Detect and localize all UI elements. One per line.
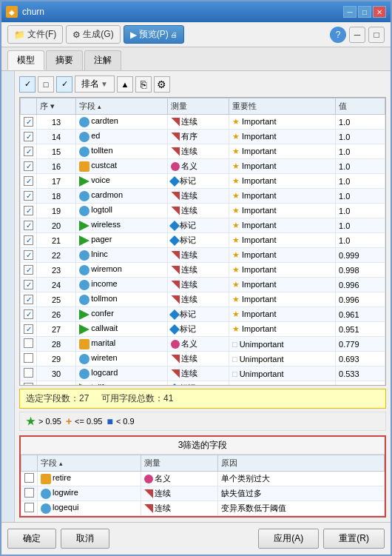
copy-button[interactable]: ⎘ — [135, 76, 152, 93]
filtered-section: 3筛选的字段 字段 ▴ 测量 原因 retire 名义 单个类别过大 — [19, 435, 386, 518]
toggle-button[interactable]: ✓ — [56, 76, 72, 93]
row-checkbox[interactable]: ✓ — [21, 307, 37, 322]
col-seq[interactable]: 序 ▾ — [37, 98, 76, 115]
help-button[interactable]: ? — [330, 27, 346, 43]
row-field: callwait — [76, 322, 168, 337]
filtered-col-field[interactable]: 字段 ▴ — [38, 455, 141, 472]
maximize-small-button[interactable]: □ — [368, 27, 385, 43]
ok-button[interactable]: 确定 — [7, 529, 56, 549]
left-strip — [1, 71, 15, 522]
options-button[interactable]: ⚙ — [154, 76, 170, 93]
content-area: ✓ □ ✓ 排名 ▼ ▲ ⎘ ⚙ 序 — [15, 71, 391, 522]
row-checkbox[interactable]: ✓ — [21, 248, 37, 263]
row-value: 0.996 — [336, 278, 385, 292]
row-field: tollmon — [76, 292, 168, 307]
filtered-row-field: retire — [38, 472, 141, 486]
filtered-col-reason[interactable]: 原因 — [218, 455, 385, 472]
row-checkbox[interactable] — [21, 352, 37, 366]
row-checkbox[interactable]: ✓ — [21, 218, 37, 233]
row-seq: 21 — [37, 233, 76, 248]
generate-menu-button[interactable]: ⚙ 生成(G) — [66, 25, 120, 44]
check-all-button[interactable]: ✓ — [19, 76, 36, 93]
row-checkbox[interactable] — [21, 337, 37, 352]
minimize-button[interactable]: ─ — [343, 6, 356, 18]
row-checkbox[interactable]: ✓ — [21, 174, 37, 189]
table-row: ✓ 27 callwait 标记 ★ Important 0.951 — [21, 322, 385, 337]
threshold-1: ★ > 0.95 — [26, 415, 61, 427]
filtered-row-checkbox[interactable] — [21, 501, 38, 516]
filtered-row-checkbox[interactable] — [21, 472, 38, 486]
uncheck-all-button[interactable]: □ — [38, 76, 54, 93]
filtered-row-reason: 单个类别过大 — [218, 472, 385, 486]
row-importance: ★ Important — [229, 248, 335, 263]
row-seq: 25 — [37, 292, 76, 307]
row-checkbox[interactable]: ✓ — [21, 263, 37, 278]
main-toolbar: 📁 文件(F) ⚙ 生成(G) ▶ 预览(P) 🖨 ? ─ □ — [1, 22, 391, 47]
row-value: 0.998 — [336, 263, 385, 278]
table-row: ✓ 23 wiremon 连续 ★ Important 0.998 — [21, 263, 385, 278]
col-value[interactable]: 值 — [336, 98, 385, 115]
row-checkbox[interactable]: ✓ — [21, 233, 37, 248]
preview-button[interactable]: ▶ 预览(P) 🖨 — [124, 25, 184, 44]
reset-button[interactable]: 重置(R) — [323, 529, 385, 549]
col-measurement[interactable]: 测量 — [168, 98, 229, 115]
row-seq: 23 — [37, 263, 76, 278]
filtered-title: 3筛选的字段 — [21, 437, 385, 455]
row-checkbox[interactable]: ✓ — [21, 189, 37, 204]
tab-bar: 模型 摘要 注解 — [1, 47, 391, 71]
row-seq: 22 — [37, 248, 76, 263]
row-measurement: 连续 — [168, 189, 229, 204]
row-importance: ★ Important — [229, 322, 335, 337]
row-field: lninc — [76, 248, 168, 263]
row-checkbox[interactable]: ✓ — [21, 115, 37, 130]
col-field[interactable]: 字段 ▴ — [76, 98, 168, 115]
row-value: 0.999 — [336, 248, 385, 263]
table-row: 29 wireten 连续 □ Unimportant 0.693 — [21, 352, 385, 366]
tab-annotation[interactable]: 注解 — [84, 50, 121, 70]
col-importance[interactable]: 重要性 — [229, 98, 335, 115]
row-field: logtoll — [76, 204, 168, 218]
table-row: ✓ 18 cardmon 连续 ★ Important 1.0 — [21, 189, 385, 204]
row-value: 0.996 — [336, 292, 385, 307]
sort-asc-button[interactable]: ▲ — [117, 76, 133, 93]
row-checkbox[interactable]: ✓ — [21, 292, 37, 307]
threshold-3-icon: ■ — [107, 415, 112, 427]
row-field: income — [76, 278, 168, 292]
row-checkbox[interactable]: ✓ — [21, 204, 37, 218]
row-importance: ★ Important — [229, 263, 335, 278]
row-value: 0.961 — [336, 307, 385, 322]
filtered-col-measurement[interactable]: 测量 — [141, 455, 218, 472]
row-importance: □ Unimportant — [229, 337, 335, 352]
tab-model[interactable]: 模型 — [7, 50, 44, 70]
row-importance: ★ Important — [229, 174, 335, 189]
row-checkbox[interactable]: ✓ — [21, 130, 37, 144]
table-row: ✓ 21 pager 标记 ★ Important 1.0 — [21, 233, 385, 248]
row-measurement: 连续 — [168, 115, 229, 130]
row-value: 1.0 — [336, 144, 385, 159]
sort-button[interactable]: 排名 ▼ — [75, 76, 115, 93]
row-checkbox[interactable] — [21, 381, 37, 386]
minimize-small-button[interactable]: ─ — [349, 27, 365, 43]
row-measurement: 标记 — [168, 322, 229, 337]
preview-icon: ▶ — [130, 30, 137, 40]
row-checkbox[interactable]: ✓ — [21, 278, 37, 292]
row-importance: ★ Important — [229, 144, 335, 159]
filtered-row-checkbox[interactable] — [21, 486, 38, 501]
table-scroll[interactable]: 序 ▾ 字段 ▴ 测量 重要性 值 ✓ 13 cardten 连续 ★ Impo… — [20, 98, 385, 385]
tab-summary[interactable]: 摘要 — [46, 50, 83, 70]
row-seq: 30 — [37, 366, 76, 381]
generate-label: 生成(G) — [83, 28, 113, 41]
row-checkbox[interactable]: ✓ — [21, 159, 37, 174]
cancel-button[interactable]: 取消 — [61, 529, 109, 549]
maximize-button[interactable]: □ — [358, 6, 371, 18]
close-button[interactable]: ✕ — [373, 6, 386, 18]
apply-button[interactable]: 应用(A) — [258, 529, 319, 549]
row-checkbox[interactable] — [21, 366, 37, 381]
file-menu-button[interactable]: 📁 文件(F) — [7, 25, 63, 44]
title-buttons: ─ □ ✕ — [343, 6, 386, 18]
row-checkbox[interactable]: ✓ — [21, 144, 37, 159]
table-row: 31 tollfree 标记 □ Unimportant 0.511 — [21, 381, 385, 386]
row-checkbox[interactable]: ✓ — [21, 322, 37, 337]
file-label: 文件(F) — [27, 28, 56, 41]
row-measurement: 有序 — [168, 130, 229, 144]
